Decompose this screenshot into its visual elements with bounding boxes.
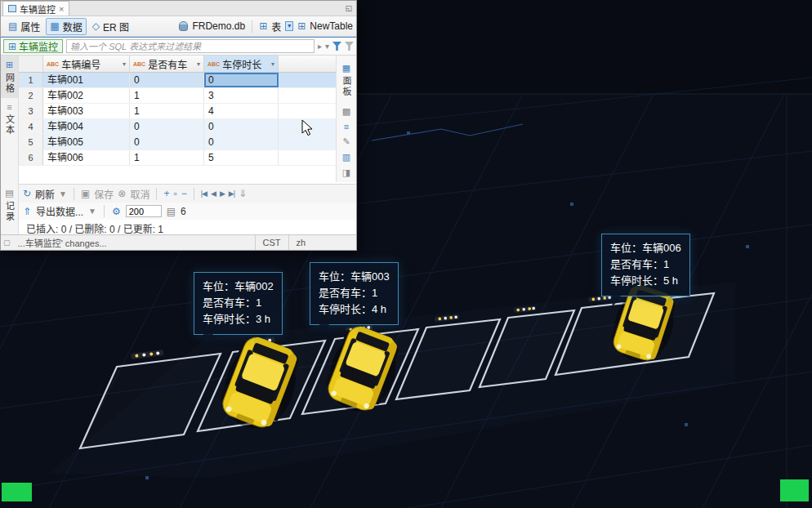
result-toolbar: ↻ 刷新 ▼ ▣ 保存 ⊗ 取消 + ▫ − |◀ ◀ ▶ ▶| ⇓ xyxy=(19,184,356,203)
cell[interactable]: 车辆005 xyxy=(43,135,130,149)
selected-cell[interactable]: 0 xyxy=(204,73,279,87)
references-panel-icon[interactable]: ◨ xyxy=(342,167,350,178)
view-tab-grid[interactable]: ⊞ 网格 xyxy=(1,56,18,98)
cell[interactable]: 5 xyxy=(204,150,279,165)
connection-group: FRDemo.db ⊞ 表 ▾ ⊞ NewTable xyxy=(179,20,353,33)
last-row-icon[interactable]: ▶| xyxy=(229,189,234,198)
calc-panel-icon[interactable]: ▩ xyxy=(342,106,350,117)
metadata-panel-icon[interactable]: ≡ xyxy=(344,122,349,131)
copy-row-icon[interactable]: ▫ xyxy=(173,188,176,199)
table-selector-caret-icon[interactable]: ▾ xyxy=(285,21,293,31)
tooltip-occupied: 是否有车：1 xyxy=(319,285,390,301)
column-caret-icon[interactable]: ▾ xyxy=(123,60,126,68)
row-number[interactable]: 6 xyxy=(19,150,43,165)
separator xyxy=(74,188,74,200)
cell[interactable]: 1 xyxy=(130,88,204,103)
next-row-icon[interactable]: ▶ xyxy=(220,189,225,198)
row-number[interactable]: 2 xyxy=(19,88,43,103)
tab-data[interactable]: ▦ 数据 xyxy=(46,18,86,35)
record-view-label: 记录 xyxy=(3,201,16,222)
editor-toolbar: ▤ 属性 ▦ 数据 ◇ ER 图 FRDemo.db ⊞ 表 ▾ ⊞ NewTa… xyxy=(1,16,356,37)
tab-er-diagram[interactable]: ◇ ER 图 xyxy=(88,18,133,35)
view-tab-record[interactable]: ▤ 记录 xyxy=(1,184,18,226)
column-label: 车停时长 xyxy=(222,57,261,71)
cell[interactable]: 车辆001 xyxy=(43,73,130,87)
refresh-icon[interactable]: ↻ xyxy=(23,188,31,199)
row-number[interactable]: 1 xyxy=(19,73,43,87)
editor-tabbar: 车辆监控 × ◱ xyxy=(1,1,356,16)
cell[interactable]: 4 xyxy=(204,104,279,118)
separator xyxy=(252,20,252,33)
tab-properties[interactable]: ▤ 属性 xyxy=(4,18,44,35)
cell[interactable]: 0 xyxy=(130,135,204,149)
column-header-has-car[interactable]: ABC 是否有车 ▾ xyxy=(130,56,204,72)
sql-filter-row: ⊞ 车辆监控 ▸ ▾ xyxy=(1,37,356,56)
tooltip-duration: 车停时长：3 h xyxy=(203,311,274,328)
record-view-icon: ▤ xyxy=(5,188,13,198)
export-bar: ⇑ 导出数据... ▼ ⚙ ▤ 6 xyxy=(19,203,356,220)
save-label[interactable]: 保存 xyxy=(94,187,114,201)
value-editor-icon[interactable]: ✎ xyxy=(342,136,350,147)
screen: 车位：车辆002 是否有车：1 车停时长：3 h 车位：车辆003 是否有车：1… xyxy=(0,0,812,508)
previous-row-icon[interactable]: ◀ xyxy=(211,189,216,198)
panel-tab[interactable]: ▦ 面板 xyxy=(340,59,353,101)
row-number[interactable]: 4 xyxy=(19,119,43,134)
database-name[interactable]: FRDemo.db xyxy=(192,20,245,32)
cell[interactable]: 车辆004 xyxy=(43,119,130,134)
column-caret-icon[interactable]: ▾ xyxy=(271,60,274,68)
editor-tab-vehicle-monitor[interactable]: 车辆监控 × xyxy=(2,1,69,16)
grouping-panel-icon[interactable]: ▥ xyxy=(342,152,350,163)
restore-icon[interactable]: ◱ xyxy=(345,4,352,12)
cancel-icon[interactable]: ⊗ xyxy=(118,188,126,199)
apply-filter-icon[interactable]: ▸ xyxy=(318,42,322,51)
string-type-icon: ABC xyxy=(47,61,59,67)
row-number[interactable]: 5 xyxy=(19,135,43,149)
tooltip-title: 车位：车辆006 xyxy=(610,240,681,256)
column-caret-icon[interactable]: ▾ xyxy=(197,60,200,68)
sql-filter-input[interactable] xyxy=(66,39,315,53)
status-doc-icon: ▢ xyxy=(1,238,13,247)
add-row-icon[interactable]: + xyxy=(163,188,169,199)
row-number-header[interactable] xyxy=(19,56,43,72)
cell[interactable]: 3 xyxy=(204,88,279,103)
cell[interactable]: 0 xyxy=(130,119,204,134)
table-row: 3 车辆003 1 4 xyxy=(19,104,337,119)
filter-icon[interactable] xyxy=(332,42,341,51)
refresh-label[interactable]: 刷新 xyxy=(35,187,55,201)
first-row-icon[interactable]: |◀ xyxy=(201,189,207,198)
table-row: 1 车辆001 0 0 xyxy=(19,73,337,88)
cell[interactable]: 1 xyxy=(130,104,204,118)
export-label[interactable]: 导出数据... xyxy=(36,204,83,218)
view-tab-text[interactable]: ≡ 文本 xyxy=(1,98,18,140)
delete-row-icon[interactable]: − xyxy=(181,188,187,199)
close-icon[interactable]: × xyxy=(59,4,64,14)
save-icon[interactable]: ▣ xyxy=(81,188,90,199)
tooltip-duration: 车停时长：4 h xyxy=(319,301,390,318)
settings-gear-icon[interactable]: ⚙ xyxy=(112,206,121,217)
new-table-label[interactable]: NewTable xyxy=(310,20,353,32)
clear-filter-icon[interactable] xyxy=(345,42,354,51)
row-number[interactable]: 3 xyxy=(19,104,43,118)
table-selector-label[interactable]: 表 xyxy=(271,20,281,33)
panel-icon: ▦ xyxy=(342,63,350,74)
cell[interactable]: 车辆002 xyxy=(43,88,130,103)
cancel-label[interactable]: 取消 xyxy=(130,187,149,201)
refresh-caret-icon[interactable]: ▼ xyxy=(59,189,67,198)
tooltip-occupied: 是否有车：1 xyxy=(610,256,681,273)
table-row: 6 车辆006 1 5 xyxy=(19,150,337,166)
export-caret-icon[interactable]: ▼ xyxy=(88,207,96,216)
cell[interactable]: 0 xyxy=(204,135,279,149)
table-icon: ⊞ xyxy=(8,41,16,52)
cell[interactable]: 车辆006 xyxy=(43,150,130,165)
fetch-size-input[interactable] xyxy=(126,205,162,217)
cell[interactable]: 0 xyxy=(204,119,279,134)
filter-history-icon[interactable]: ▾ xyxy=(325,42,329,51)
cell[interactable]: 1 xyxy=(130,150,204,165)
column-header-vehicle-id[interactable]: ABC 车辆编号 ▾ xyxy=(43,56,130,72)
column-header-duration[interactable]: ABC 车停时长 ▾ xyxy=(204,56,279,72)
fetch-all-icon[interactable]: ⇓ xyxy=(239,188,247,199)
table-row: 5 车辆005 0 0 xyxy=(19,135,337,150)
cell[interactable]: 0 xyxy=(130,73,204,87)
active-table-chip[interactable]: ⊞ 车辆监控 xyxy=(3,39,63,53)
cell[interactable]: 车辆003 xyxy=(43,104,130,118)
